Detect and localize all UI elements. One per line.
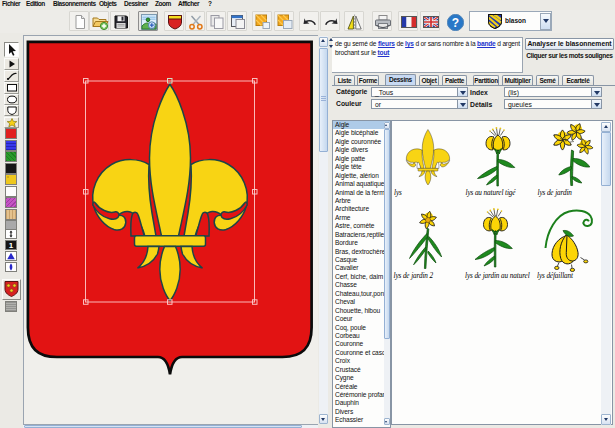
svg-text:1: 1 — [9, 241, 14, 249]
svg-text:?: ? — [451, 16, 458, 30]
